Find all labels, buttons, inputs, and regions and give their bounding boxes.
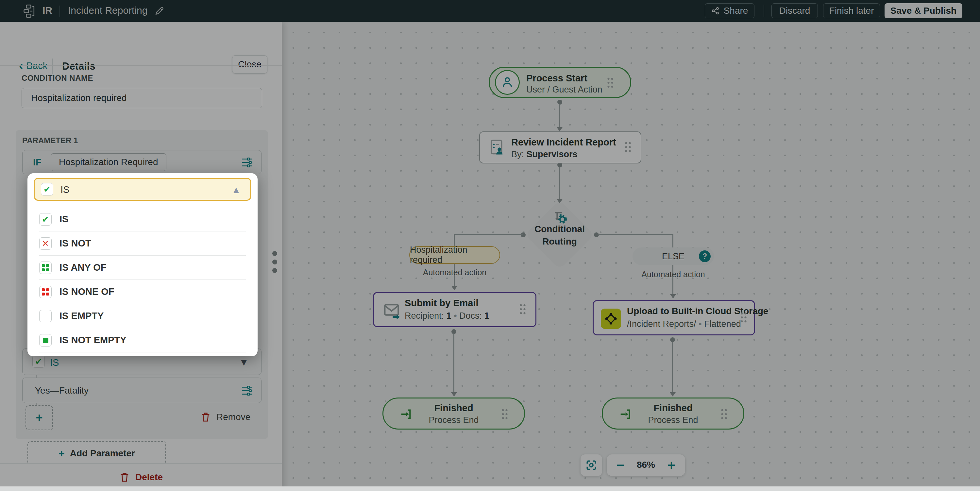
option-is-not-empty[interactable]: IS NOT EMPTY — [27, 328, 258, 353]
operator-options-list: ✔ IS ✕ IS NOT IS ANY OF IS NONE OF IS EM… — [27, 207, 258, 353]
option-is[interactable]: ✔ IS — [27, 207, 258, 232]
x-red-icon: ✕ — [39, 237, 52, 250]
chevron-up-icon: ▲ — [233, 186, 239, 194]
option-is-none-of[interactable]: IS NONE OF — [27, 280, 258, 304]
square-green-icon — [39, 334, 52, 346]
operator-dropdown: ✔ IS ▲ ✔ IS ✕ IS NOT IS ANY OF IS NONE O… — [27, 173, 258, 356]
empty-box-icon — [39, 310, 52, 322]
check-green-icon: ✔ — [39, 213, 52, 226]
operator-select[interactable]: ✔ IS ▲ — [34, 178, 251, 201]
window-bottom-edge — [0, 486, 980, 491]
operator-selected-value: IS — [60, 184, 69, 195]
option-is-empty[interactable]: IS EMPTY — [27, 304, 258, 328]
grid-red-icon — [39, 286, 52, 298]
option-is-not[interactable]: ✕ IS NOT — [27, 232, 258, 256]
check-green-icon: ✔ — [41, 183, 53, 195]
option-is-any-of[interactable]: IS ANY OF — [27, 256, 258, 280]
grid-green-icon — [39, 262, 52, 274]
